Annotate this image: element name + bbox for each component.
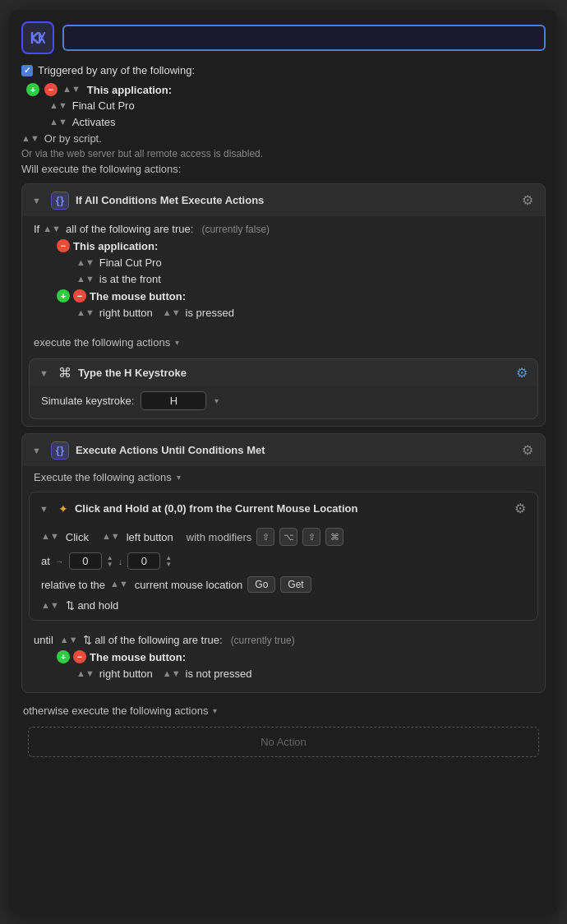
until-body: until ▲▼ ⇅ all of the following are true… bbox=[22, 627, 545, 692]
conditions-card-body: If ▲▼ all of the following are true: (cu… bbox=[22, 216, 545, 331]
keystroke-card-title: Type the H Keystroke bbox=[78, 367, 187, 379]
click-hold-collapse[interactable]: ▼ bbox=[39, 504, 48, 514]
no-action-label: No Action bbox=[260, 736, 307, 748]
until-mouse-label: The mouse button: bbox=[90, 651, 186, 663]
web-server-text: Or via the web server but all remote acc… bbox=[21, 148, 263, 159]
remove-trigger-button[interactable]: − bbox=[44, 83, 58, 96]
click-type-label: Click bbox=[66, 531, 89, 543]
no-action-box: No Action bbox=[28, 727, 539, 757]
keystroke-card: ▼ ⌘ Type the H Keystroke ⚙ Simulate keys… bbox=[29, 358, 538, 419]
if-label: If bbox=[34, 223, 39, 235]
triggered-checkbox[interactable] bbox=[21, 65, 33, 76]
x-stepper[interactable]: ▲▼ bbox=[107, 555, 113, 568]
go-button[interactable]: Go bbox=[247, 576, 275, 593]
app-trigger-row: + − ▲▼ This application: bbox=[26, 83, 546, 96]
until-btn-updown[interactable]: ▲▼ bbox=[76, 670, 94, 678]
keystroke-value-box[interactable]: H bbox=[141, 391, 206, 410]
click-hold-title-row: ▼ ✦ Click and Hold at (0,0) from the Cur… bbox=[39, 502, 357, 515]
modifier-ctrl-btn[interactable]: ⇧ bbox=[302, 528, 320, 546]
execute-the-following-row: Execute the following actions ▾ bbox=[22, 466, 545, 488]
otherwise-row: otherwise execute the following actions … bbox=[21, 700, 546, 722]
or-script-updown[interactable]: ▲▼ bbox=[21, 135, 39, 143]
conditions-card: ▼ {} If All Conditions Met Execute Actio… bbox=[21, 183, 546, 427]
execute-until-title-row: ▼ {} Execute Actions Until Conditions Me… bbox=[32, 441, 265, 460]
remove-cond-mouse-button[interactable]: − bbox=[73, 289, 86, 303]
modifier-shift-btn[interactable]: ⇧ bbox=[256, 528, 274, 546]
keystroke-dropdown-arrow[interactable]: ▾ bbox=[214, 396, 219, 405]
until-all-label: ⇅ all of the following are true: bbox=[83, 634, 223, 646]
modifier-cmd-btn[interactable]: ⌘ bbox=[325, 528, 343, 546]
add-trigger-button[interactable]: + bbox=[26, 83, 39, 96]
keystroke-collapse-arrow[interactable]: ▼ bbox=[39, 368, 48, 378]
until-state-updown[interactable]: ▲▼ bbox=[163, 670, 181, 678]
until-all-updown[interactable]: ▲▼ bbox=[60, 636, 78, 644]
and-hold-label: ⇅ and hold bbox=[66, 599, 119, 612]
until-state-value: is not pressed bbox=[186, 668, 252, 680]
trigger-block: + − ▲▼ This application: ▲▼ Final Cut Pr… bbox=[21, 83, 546, 128]
cond-this-app-label: This application: bbox=[73, 240, 158, 252]
click-button-updown[interactable]: ▲▼ bbox=[102, 533, 120, 541]
execute-the-following-chevron[interactable]: ▾ bbox=[177, 473, 181, 482]
or-script-row: ▲▼ Or by script. bbox=[21, 132, 546, 145]
cond-mouse-btn-updown[interactable]: ▲▼ bbox=[76, 309, 94, 317]
cond-app-trigger-value: is at the front bbox=[99, 273, 161, 285]
and-hold-row: ▲▼ ⇅ and hold bbox=[30, 596, 537, 620]
y-coord-input[interactable] bbox=[127, 552, 160, 570]
execute-until-collapse[interactable]: ▼ bbox=[32, 446, 41, 455]
until-row: until ▲▼ ⇅ all of the following are true… bbox=[34, 634, 533, 646]
location-value: current mouse location bbox=[135, 579, 243, 591]
add-cond-mouse-button[interactable]: + bbox=[57, 289, 70, 303]
currently-true-label: (currently true) bbox=[231, 635, 295, 646]
cond-app-name-updown[interactable]: ▲▼ bbox=[76, 259, 94, 267]
all-following-label: all of the following are true: bbox=[66, 223, 193, 235]
x-coord-input[interactable] bbox=[69, 552, 102, 570]
cond-mouse-label: The mouse button: bbox=[90, 290, 186, 303]
main-container: fcp hand tool Triggered by any of the fo… bbox=[10, 10, 557, 914]
click-button-label: left button bbox=[127, 531, 173, 543]
conditions-gear-button[interactable]: ⚙ bbox=[520, 191, 535, 210]
click-hold-header: ▼ ✦ Click and Hold at (0,0) from the Cur… bbox=[30, 492, 537, 524]
modifier-option-btn[interactable]: ⌥ bbox=[279, 528, 297, 546]
cond-mouse-btn-value: right button bbox=[99, 307, 153, 319]
cond-app-trigger-row: ▲▼ is at the front bbox=[34, 273, 533, 285]
click-type-row: ▲▼ Click ▲▼ left button with modifiers ⇧… bbox=[30, 524, 537, 549]
keystroke-gear-button[interactable]: ⚙ bbox=[516, 365, 528, 381]
app-name-row: ▲▼ Final Cut Pro bbox=[26, 99, 546, 112]
app-trigger-updown[interactable]: ▲▼ bbox=[62, 85, 81, 94]
and-hold-updown[interactable]: ▲▼ bbox=[41, 602, 59, 610]
execute-the-following-label: Execute the following actions bbox=[34, 471, 172, 483]
add-until-mouse-btn[interactable]: + bbox=[57, 650, 70, 663]
relative-to-row: relative to the ▲▼ current mouse locatio… bbox=[30, 573, 537, 596]
until-mouse-row: + − The mouse button: bbox=[34, 650, 533, 663]
app-trigger-type-row: ▲▼ Activates bbox=[26, 116, 546, 128]
keystroke-title-row: ▼ ⌘ Type the H Keystroke bbox=[39, 365, 187, 381]
cond-app-trigger-updown[interactable]: ▲▼ bbox=[76, 275, 94, 284]
y-stepper[interactable]: ▲▼ bbox=[165, 555, 172, 568]
otherwise-chevron[interactable]: ▾ bbox=[213, 706, 217, 715]
get-button[interactable]: Get bbox=[280, 576, 311, 593]
click-type-updown[interactable]: ▲▼ bbox=[41, 533, 59, 541]
location-updown[interactable]: ▲▼ bbox=[110, 580, 128, 589]
remove-until-mouse-btn[interactable]: − bbox=[73, 650, 86, 663]
click-hold-gear[interactable]: ⚙ bbox=[513, 499, 528, 518]
app-name-updown[interactable]: ▲▼ bbox=[49, 102, 67, 110]
remove-cond-app-button[interactable]: − bbox=[57, 239, 70, 252]
km-logo bbox=[21, 21, 54, 54]
until-label: until bbox=[34, 634, 53, 646]
currently-false-label: (currently false) bbox=[201, 224, 270, 235]
will-execute-label: Will execute the following actions: bbox=[21, 163, 546, 175]
conditions-collapse-arrow[interactable]: ▼ bbox=[32, 196, 41, 206]
cond-mouse-state-updown[interactable]: ▲▼ bbox=[163, 309, 181, 317]
app-trigger-type-value: Activates bbox=[72, 116, 116, 128]
conditions-card-header: ▼ {} If All Conditions Met Execute Actio… bbox=[22, 184, 545, 216]
execute-following-chevron[interactable]: ▾ bbox=[175, 338, 179, 347]
arrow-down-icon: ↓ bbox=[118, 557, 123, 566]
header-row: fcp hand tool bbox=[21, 21, 546, 54]
execute-until-icon: {} bbox=[51, 441, 69, 460]
macro-title-input[interactable]: fcp hand tool bbox=[62, 25, 546, 51]
all-following-updown[interactable]: ▲▼ bbox=[43, 225, 61, 233]
at-label: at bbox=[41, 555, 50, 567]
conditions-card-icon: {} bbox=[51, 192, 69, 210]
app-trigger-type-updown[interactable]: ▲▼ bbox=[49, 118, 67, 127]
execute-until-gear[interactable]: ⚙ bbox=[520, 441, 535, 460]
